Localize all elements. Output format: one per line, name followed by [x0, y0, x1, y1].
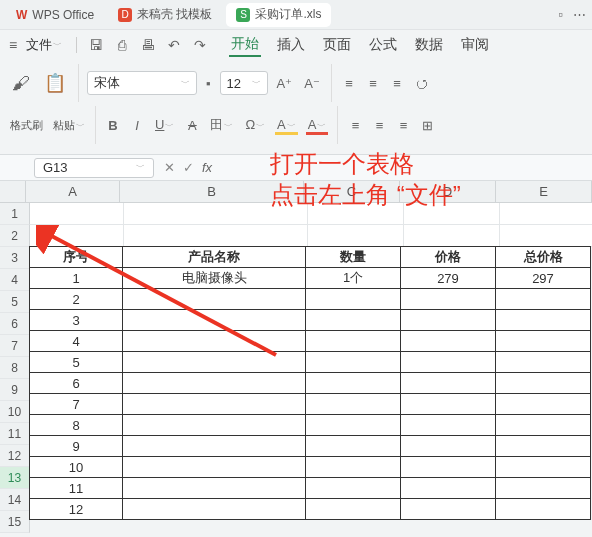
column-header-e[interactable]: E	[496, 181, 592, 203]
row-header-1[interactable]: 1	[0, 203, 30, 225]
column-header-b[interactable]: B	[120, 181, 304, 203]
select-all-corner[interactable]	[0, 181, 26, 203]
tab-data[interactable]: 数据	[413, 34, 445, 56]
cell[interactable]: 价格	[400, 246, 496, 268]
fx-icon[interactable]: fx	[202, 160, 212, 175]
column-header-c[interactable]: C	[304, 181, 400, 203]
row-header-13[interactable]: 13	[0, 467, 30, 489]
cell[interactable]	[122, 393, 306, 415]
cell[interactable]: 7	[29, 393, 123, 415]
cell[interactable]	[400, 330, 496, 352]
row-header-2[interactable]: 2	[0, 225, 30, 247]
cell[interactable]: 10	[29, 456, 123, 478]
cell[interactable]	[400, 435, 496, 457]
cell[interactable]: 1个	[305, 267, 401, 289]
strikethrough-button[interactable]: A	[183, 117, 201, 134]
tab-insert[interactable]: 插入	[275, 34, 307, 56]
font-name-select[interactable]: 宋体 ﹀	[87, 71, 197, 95]
print-icon[interactable]: 🖶	[139, 37, 157, 53]
cell[interactable]	[495, 477, 591, 499]
tab-wps-office[interactable]: W WPS Office	[6, 3, 104, 27]
merge-cells-button[interactable]: ⊞	[418, 117, 436, 134]
cell[interactable]	[308, 203, 404, 225]
bold-button[interactable]: B	[104, 117, 122, 134]
cell[interactable]	[305, 309, 401, 331]
cell[interactable]: 1	[29, 267, 123, 289]
print-preview-icon[interactable]: ⎙	[113, 37, 131, 53]
italic-button[interactable]: I	[128, 117, 146, 134]
font-color-button[interactable]: A﹀	[305, 116, 330, 134]
font-size-select[interactable]: 12 ﹀	[220, 71, 268, 95]
cell[interactable]: 297	[495, 267, 591, 289]
cell[interactable]: 5	[29, 351, 123, 373]
cell[interactable]	[495, 309, 591, 331]
highlight-color-button[interactable]: A﹀	[274, 116, 299, 134]
row-header-3[interactable]: 3	[0, 247, 30, 269]
align-left-button[interactable]: ≡	[346, 117, 364, 134]
cell[interactable]	[495, 414, 591, 436]
cell[interactable]: 数量	[305, 246, 401, 268]
borders-button[interactable]: 田﹀	[207, 115, 236, 135]
cell[interactable]	[404, 225, 500, 247]
cell[interactable]	[122, 372, 306, 394]
align-top-button[interactable]: ≡	[340, 75, 358, 92]
cell[interactable]: 电脑摄像头	[122, 267, 306, 289]
confirm-edit-icon[interactable]: ✓	[183, 160, 194, 175]
cell[interactable]	[400, 477, 496, 499]
cell[interactable]: 9	[29, 435, 123, 457]
cell[interactable]	[305, 288, 401, 310]
cell[interactable]	[400, 351, 496, 373]
cell[interactable]	[308, 225, 404, 247]
tab-page[interactable]: 页面	[321, 34, 353, 56]
row-header-7[interactable]: 7	[0, 335, 30, 357]
align-center-button[interactable]: ≡	[370, 117, 388, 134]
underline-button[interactable]: U﹀	[152, 116, 177, 134]
window-menu-icon[interactable]: ⋯	[573, 7, 586, 22]
cell[interactable]	[400, 372, 496, 394]
decrease-font-button[interactable]: A⁻	[301, 74, 323, 93]
row-header-12[interactable]: 12	[0, 445, 30, 467]
cell[interactable]	[500, 203, 592, 225]
tab-formula[interactable]: 公式	[367, 34, 399, 56]
undo-icon[interactable]: ↶	[165, 37, 183, 53]
cell[interactable]	[122, 477, 306, 499]
cell[interactable]	[122, 456, 306, 478]
cell[interactable]: 总价格	[495, 246, 591, 268]
cell[interactable]	[305, 372, 401, 394]
cell[interactable]	[122, 351, 306, 373]
row-header-10[interactable]: 10	[0, 401, 30, 423]
cell[interactable]: 6	[29, 372, 123, 394]
cell[interactable]	[30, 225, 124, 247]
row-header-15[interactable]: 15	[0, 511, 30, 533]
cell[interactable]	[495, 498, 591, 520]
cell[interactable]	[495, 351, 591, 373]
row-header-8[interactable]: 8	[0, 357, 30, 379]
cell[interactable]	[124, 203, 308, 225]
cell[interactable]: 2	[29, 288, 123, 310]
cell[interactable]	[122, 288, 306, 310]
tab-template[interactable]: D 来稿壳 找模板	[108, 3, 222, 27]
cell[interactable]	[305, 414, 401, 436]
row-header-6[interactable]: 6	[0, 313, 30, 335]
row-header-5[interactable]: 5	[0, 291, 30, 313]
cell[interactable]	[305, 498, 401, 520]
cell[interactable]	[305, 393, 401, 415]
tab-spreadsheet-file[interactable]: S 采购订单.xls	[226, 3, 331, 27]
column-header-d[interactable]: D	[400, 181, 496, 203]
cell[interactable]	[122, 435, 306, 457]
cell[interactable]: 3	[29, 309, 123, 331]
tab-review[interactable]: 审阅	[459, 34, 491, 56]
tab-start[interactable]: 开始	[229, 33, 261, 57]
cell[interactable]	[122, 330, 306, 352]
increase-font-button[interactable]: A⁺	[274, 74, 296, 93]
cell[interactable]	[305, 351, 401, 373]
cell[interactable]	[400, 309, 496, 331]
cell[interactable]	[400, 288, 496, 310]
cell[interactable]	[400, 393, 496, 415]
cell[interactable]	[495, 393, 591, 415]
cell[interactable]: 4	[29, 330, 123, 352]
cell[interactable]	[400, 456, 496, 478]
orientation-button[interactable]: ⭯	[412, 75, 431, 92]
cell[interactable]: 8	[29, 414, 123, 436]
save-icon[interactable]: 🖫	[87, 37, 105, 53]
